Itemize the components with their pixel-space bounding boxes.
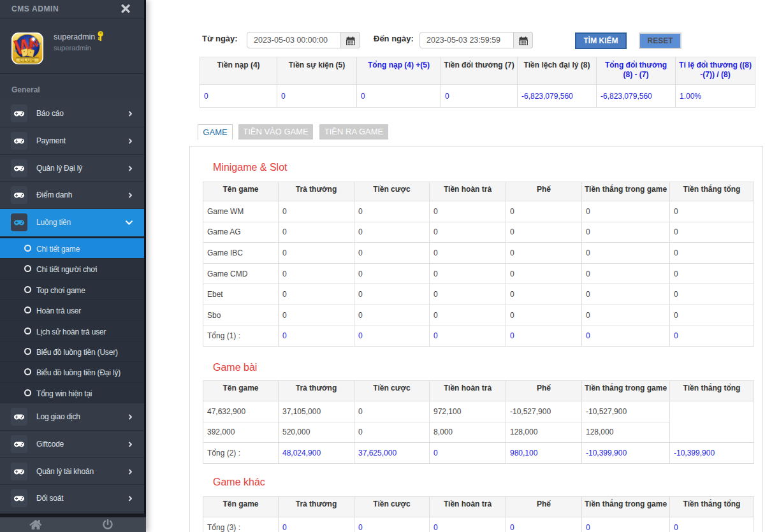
svg-text:CLUB: CLUB [20,57,36,63]
